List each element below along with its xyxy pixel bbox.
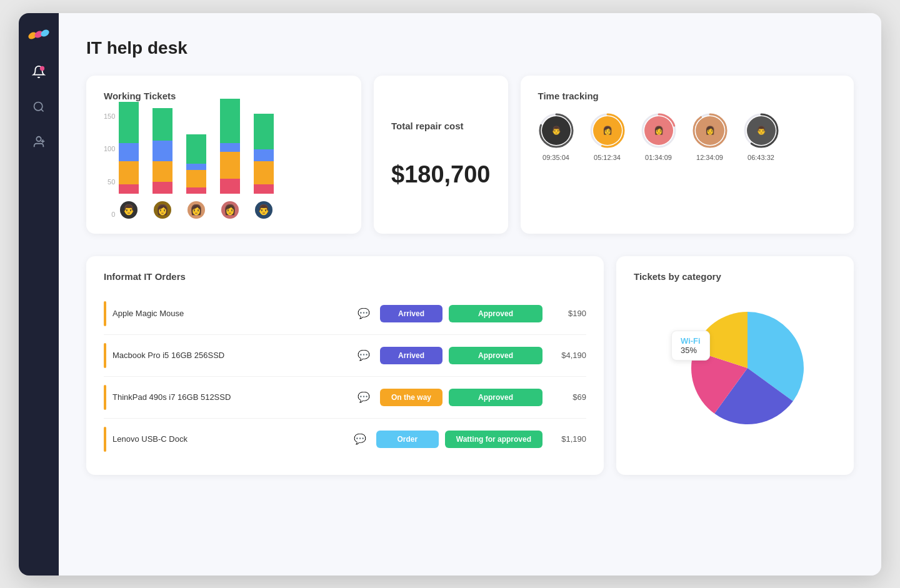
time-label: 12:34:09 xyxy=(696,154,723,161)
bar-stack xyxy=(220,99,240,193)
bar-segment xyxy=(254,114,274,149)
sidebar-search[interactable] xyxy=(30,98,48,116)
sidebar-user-add[interactable] xyxy=(30,133,48,151)
bar-segment xyxy=(220,152,240,179)
time-person: 👩 05:12:34 xyxy=(589,112,626,161)
avatar: 👨 xyxy=(542,116,571,145)
order-indicator xyxy=(104,343,106,368)
pie-tooltip: Wi-Fi 35% xyxy=(671,331,710,361)
avatar: 👨 xyxy=(120,201,138,219)
time-label: 05:12:34 xyxy=(594,154,621,161)
table-row: Apple Magic Mouse 💬 Arrived Approved $19… xyxy=(104,293,586,335)
bar-segment xyxy=(119,143,139,161)
time-person: 👨 06:43:32 xyxy=(743,112,779,161)
chat-icon[interactable]: 💬 xyxy=(358,349,370,361)
bar-segment xyxy=(254,149,274,161)
bar-chart-inner: 150 100 50 0 👨👩👩👩👨 xyxy=(104,112,344,219)
avatar: 👨 xyxy=(747,116,776,145)
bar-segment xyxy=(220,179,240,194)
time-person: 👩 12:34:09 xyxy=(692,112,728,161)
avatar: 👨 xyxy=(255,201,272,219)
svg-point-2 xyxy=(39,28,50,38)
bar-segment xyxy=(220,99,240,143)
order-price: $69 xyxy=(549,392,586,402)
svg-point-6 xyxy=(36,136,41,141)
bar-segment xyxy=(220,143,240,152)
pie-tooltip-label: Wi-Fi xyxy=(681,336,701,346)
orders-list: Apple Magic Mouse 💬 Arrived Approved $19… xyxy=(104,293,586,460)
pie-tooltip-pct: 35% xyxy=(681,346,701,355)
bar-segment xyxy=(186,170,206,187)
order-name: ThinkPad 490s i7 16GB 512SSD xyxy=(112,392,351,402)
order-indicator xyxy=(104,385,106,410)
time-label: 09:35:04 xyxy=(542,154,569,161)
time-avatar-ring: 👩 xyxy=(589,112,626,149)
sidebar-notifications[interactable] xyxy=(30,63,48,81)
bar-segment xyxy=(254,184,274,193)
status-button[interactable]: Arrived xyxy=(380,305,442,322)
chat-icon[interactable]: 💬 xyxy=(358,391,370,403)
time-avatar-ring: 👩 xyxy=(692,112,728,149)
bar-stack xyxy=(254,114,274,193)
status-button[interactable]: Order xyxy=(376,431,439,448)
bar-segment xyxy=(119,161,139,185)
chat-icon[interactable]: 💬 xyxy=(358,307,370,319)
status-button[interactable]: Arrived xyxy=(380,347,442,364)
status-button[interactable]: On the way xyxy=(380,389,442,406)
approval-button[interactable]: Watting for approved xyxy=(445,431,542,448)
time-avatar-ring: 👩 xyxy=(641,112,677,149)
time-person: 👩 01:34:09 xyxy=(641,112,677,161)
bottom-row: Informat IT Orders Apple Magic Mouse 💬 A… xyxy=(86,256,854,475)
avatar: 👩 xyxy=(593,116,622,145)
time-label: 06:43:32 xyxy=(748,154,774,161)
bar-segment xyxy=(152,161,172,182)
bar-stack xyxy=(152,108,172,194)
total-repair-title: Total repair cost xyxy=(391,121,491,131)
time-label: 01:34:09 xyxy=(645,154,672,161)
approval-button[interactable]: Approved xyxy=(449,389,542,406)
bar-group: 👩 xyxy=(186,134,206,218)
avatar: 👩 xyxy=(696,116,724,145)
logo[interactable] xyxy=(28,26,50,46)
bar-segment xyxy=(186,164,206,169)
order-price: $4,190 xyxy=(549,351,586,360)
bar-chart: 👨👩👩👩👨 xyxy=(119,112,274,219)
repair-cost-value: $180,700 xyxy=(391,161,491,188)
top-row: Working Tickets 150 100 50 0 👨👩👩👩👨 Total… xyxy=(86,76,854,234)
approval-button[interactable]: Approved xyxy=(449,347,542,364)
bar-segment xyxy=(152,182,172,194)
y-axis-labels: 150 100 50 0 xyxy=(104,112,115,219)
bar-segment xyxy=(119,102,139,143)
orders-title: Informat IT Orders xyxy=(104,271,586,282)
bar-group: 👩 xyxy=(152,108,172,219)
page-title: IT help desk xyxy=(86,38,854,58)
bar-segment xyxy=(152,108,172,141)
bar-group: 👨 xyxy=(254,114,274,218)
pie-chart-wrapper: Wi-Fi 35% xyxy=(660,293,810,431)
time-tracking-title: Time tracking xyxy=(538,91,837,101)
table-row: Macbook Pro i5 16GB 256SSD 💬 Arrived App… xyxy=(104,335,586,377)
bar-segment xyxy=(186,134,206,164)
svg-point-3 xyxy=(40,66,44,70)
time-people-list: 👨 09:35:04 👩 05:12:34 👩 01:34:09 👩 12:34… xyxy=(538,112,837,161)
time-person: 👨 09:35:04 xyxy=(538,112,574,161)
order-indicator xyxy=(104,427,106,452)
avatar: 👩 xyxy=(644,116,673,145)
bar-segment xyxy=(152,141,172,161)
time-avatar-ring: 👨 xyxy=(538,112,574,149)
order-name: Macbook Pro i5 16GB 256SSD xyxy=(112,351,351,360)
avatar: 👩 xyxy=(154,201,171,219)
table-row: ThinkPad 490s i7 16GB 512SSD 💬 On the wa… xyxy=(104,377,586,419)
main-content: IT help desk Working Tickets 150 100 50 … xyxy=(59,13,881,576)
chat-icon[interactable]: 💬 xyxy=(354,433,366,445)
app-wrapper: IT help desk Working Tickets 150 100 50 … xyxy=(19,13,881,576)
order-indicator xyxy=(104,301,106,326)
time-tracking-card: Time tracking 👨 09:35:04 👩 05:12:34 👩 01… xyxy=(521,76,854,234)
bar-group: 👨 xyxy=(119,102,139,218)
svg-point-4 xyxy=(34,102,42,110)
order-name: Lenovo USB-C Dock xyxy=(112,434,348,444)
bar-segment xyxy=(186,187,206,193)
approval-button[interactable]: Approved xyxy=(449,305,542,322)
avatar: 👩 xyxy=(221,201,239,219)
working-tickets-card: Working Tickets 150 100 50 0 👨👩👩👩👨 xyxy=(86,76,361,234)
